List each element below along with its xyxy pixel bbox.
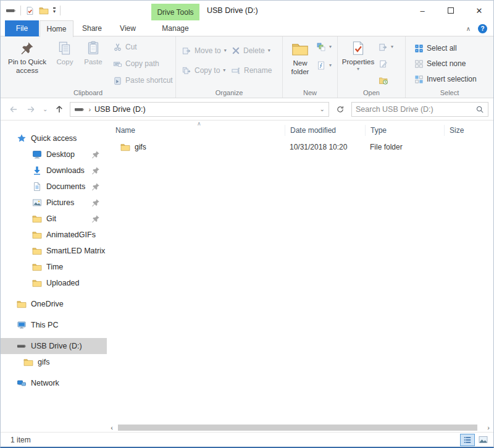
column-header-name[interactable]: Name bbox=[107, 125, 285, 136]
recent-locations-icon[interactable]: ⌄ bbox=[43, 106, 48, 112]
copy-to-label: Copy to bbox=[195, 66, 220, 75]
navigation-bar: ⌄ › USB Drive (D:) ⌄ bbox=[1, 98, 493, 120]
paste-shortcut-icon bbox=[113, 76, 122, 85]
address-bar[interactable]: › USB Drive (D:) ⌄ bbox=[70, 102, 329, 117]
copy-to-button[interactable]: Copy to ▾ bbox=[182, 64, 232, 77]
sidebar-item-onedrive[interactable]: OneDrive bbox=[1, 296, 107, 312]
properties-icon[interactable] bbox=[25, 6, 35, 15]
new-item-button[interactable]: ▾ bbox=[316, 41, 332, 53]
open-group: Properties ▾ ▾ Open bbox=[337, 36, 405, 98]
sidebar-item-network[interactable]: Network bbox=[1, 375, 107, 391]
sidebar-item-git[interactable]: Git bbox=[1, 211, 107, 227]
address-dropdown-icon[interactable]: ⌄ bbox=[320, 106, 325, 112]
column-header-type[interactable]: Type bbox=[365, 125, 444, 136]
history-button[interactable] bbox=[379, 74, 393, 87]
edit-button[interactable] bbox=[379, 57, 393, 70]
sidebar-item-label: Downloads bbox=[46, 166, 85, 175]
paste-shortcut-button[interactable]: Paste shortcut bbox=[113, 74, 173, 87]
select-none-button[interactable]: Select none bbox=[414, 57, 477, 70]
minimize-button[interactable]: – bbox=[408, 1, 437, 20]
tab-home[interactable]: Home bbox=[40, 20, 73, 37]
copy-path-label: Copy path bbox=[125, 59, 159, 68]
move-to-button[interactable]: Move to ▾ bbox=[182, 44, 232, 57]
toolbar-separator bbox=[60, 6, 61, 15]
forward-button[interactable] bbox=[24, 104, 38, 114]
search-box bbox=[351, 102, 488, 117]
cut-button[interactable]: Cut bbox=[113, 41, 173, 53]
up-button[interactable] bbox=[52, 104, 66, 114]
rename-button[interactable]: Rename bbox=[232, 64, 280, 77]
sidebar-item-downloads[interactable]: Downloads bbox=[1, 163, 107, 179]
refresh-button[interactable] bbox=[333, 105, 348, 114]
pin-icon bbox=[91, 214, 101, 224]
sidebar-item-smartled-matrix[interactable]: SmartLED Matrix bbox=[1, 243, 107, 259]
copy-button[interactable]: Copy bbox=[51, 38, 78, 88]
invert-selection-button[interactable]: Invert selection bbox=[414, 73, 477, 85]
move-to-label: Move to bbox=[195, 46, 221, 55]
scrollbar-track[interactable] bbox=[117, 423, 484, 432]
maximize-button[interactable] bbox=[437, 1, 465, 20]
paste-button[interactable]: Paste bbox=[78, 38, 108, 88]
sidebar-item-gifs[interactable]: gifs bbox=[1, 354, 107, 370]
scroll-left-icon[interactable]: ‹ bbox=[107, 423, 117, 432]
select-none-icon bbox=[414, 59, 424, 69]
sidebar-item-documents[interactable]: Documents bbox=[1, 179, 107, 195]
copy-path-button[interactable]: Copy path bbox=[113, 57, 173, 70]
copy-icon bbox=[57, 40, 73, 56]
dropdown-caret-icon: ▾ bbox=[329, 44, 332, 49]
drive-icon bbox=[74, 105, 85, 114]
copy-path-icon bbox=[113, 59, 122, 69]
folder-icon[interactable] bbox=[39, 6, 49, 15]
sidebar-item-label: Pictures bbox=[46, 198, 74, 207]
details-view-button[interactable] bbox=[461, 434, 474, 446]
properties-button[interactable]: Properties ▾ bbox=[340, 38, 376, 88]
dropdown-caret-icon: ▾ bbox=[391, 44, 393, 49]
open-button[interactable]: ▾ bbox=[379, 41, 393, 53]
sidebar-item-animatedgifs[interactable]: AnimatedGIFs bbox=[1, 227, 107, 243]
sidebar-item-label: SmartLED Matrix bbox=[46, 247, 105, 255]
delete-button[interactable]: Delete ▾ bbox=[232, 44, 280, 57]
new-folder-button[interactable]: New folder bbox=[285, 38, 315, 88]
column-header-date-modified[interactable]: Date modified bbox=[285, 125, 365, 136]
copy-label: Copy bbox=[57, 58, 73, 67]
new-group-label: New bbox=[283, 89, 337, 96]
file-row-gifs[interactable]: gifs 10/31/2018 10:20 File folder bbox=[107, 139, 493, 155]
tab-share[interactable]: Share bbox=[75, 20, 109, 36]
collapse-ribbon-icon[interactable]: ∧ bbox=[466, 25, 471, 32]
column-header-size[interactable]: Size bbox=[444, 125, 482, 136]
breadcrumb[interactable]: USB Drive (D:) bbox=[94, 105, 146, 114]
dropdown-caret-icon: ▾ bbox=[268, 48, 270, 53]
sidebar-item-pictures[interactable]: Pictures bbox=[1, 195, 107, 211]
sidebar-item-this-pc[interactable]: This PC bbox=[1, 317, 107, 333]
thumbnails-view-button[interactable] bbox=[476, 434, 490, 446]
pin-to-quick-access-button[interactable]: Pin to Quick access bbox=[3, 38, 51, 88]
sidebar-item-usb-drive[interactable]: USB Drive (D:) bbox=[1, 338, 107, 354]
select-all-button[interactable]: Select all bbox=[414, 42, 477, 54]
help-button[interactable]: ? bbox=[478, 24, 487, 33]
search-icon[interactable] bbox=[475, 105, 484, 114]
sidebar-item-label: USB Drive (D:) bbox=[31, 342, 82, 350]
window-controls: – ✕ bbox=[408, 1, 493, 20]
customize-toolbar-icon[interactable]: ▾ bbox=[53, 7, 56, 14]
tab-manage[interactable]: Manage bbox=[151, 20, 199, 36]
tab-view[interactable]: View bbox=[111, 20, 145, 36]
window-title: USB Drive (D:) bbox=[207, 1, 258, 20]
sidebar-item-uploaded[interactable]: Uploaded bbox=[1, 275, 107, 291]
sidebar-item-quick-access[interactable]: Quick access bbox=[1, 130, 107, 146]
search-input[interactable] bbox=[356, 105, 475, 114]
drive-icon[interactable] bbox=[6, 6, 16, 15]
select-all-label: Select all bbox=[427, 44, 457, 53]
scroll-right-icon[interactable]: › bbox=[484, 423, 493, 432]
select-group-label: Select bbox=[406, 89, 493, 96]
close-button[interactable]: ✕ bbox=[465, 1, 493, 20]
sidebar-item-time[interactable]: Time bbox=[1, 259, 107, 275]
rename-icon bbox=[232, 66, 241, 75]
drive-tools-header[interactable]: Drive Tools bbox=[151, 4, 199, 20]
item-count: 1 item bbox=[10, 436, 31, 444]
folder-icon bbox=[32, 262, 42, 272]
scrollbar-thumb[interactable] bbox=[118, 425, 477, 431]
back-button[interactable] bbox=[7, 104, 20, 114]
easy-access-button[interactable]: ▾ bbox=[316, 59, 332, 72]
tab-file[interactable]: File bbox=[5, 20, 39, 36]
sidebar-item-desktop[interactable]: Desktop bbox=[1, 146, 107, 163]
